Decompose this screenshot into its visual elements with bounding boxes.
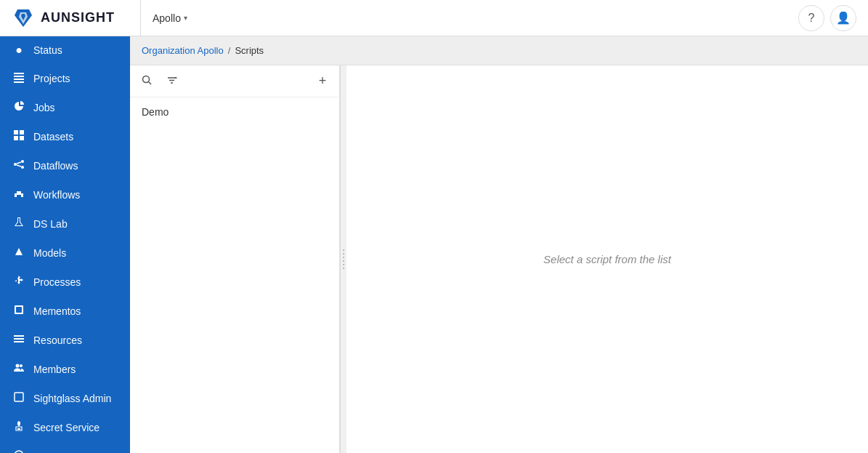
resize-handle[interactable] — [341, 65, 346, 453]
svg-rect-6 — [14, 81, 24, 83]
app-name: AUNSIGHT — [41, 10, 115, 25]
svg-rect-10 — [20, 136, 24, 140]
script-list-toolbar: + — [130, 65, 339, 97]
sidebar-item-label: Datasets — [33, 131, 73, 143]
sidebar-item-label: Models — [33, 247, 66, 259]
user-menu-button[interactable]: 👤 — [830, 5, 856, 31]
script-panel: + Demo — [130, 65, 868, 453]
breadcrumb-current: Scripts — [235, 45, 264, 56]
svg-point-22 — [16, 364, 20, 368]
sidebar-item-processes[interactable]: Processes — [0, 268, 130, 297]
sidebar-item-status[interactable]: ● Status — [0, 36, 130, 64]
logo-area: AUNSIGHT — [12, 0, 141, 36]
svg-point-11 — [14, 163, 17, 166]
svg-rect-20 — [14, 338, 24, 340]
search-icon — [142, 75, 152, 87]
sidebar-item-label: Sightglass Admin — [33, 393, 111, 404]
sidebar-item-sightglass-admin[interactable]: Sightglass Admin — [0, 384, 130, 413]
dslab-icon — [12, 217, 26, 231]
svg-rect-9 — [14, 136, 18, 140]
svg-point-12 — [21, 160, 24, 163]
sidebar-item-resources[interactable]: Resources — [0, 326, 130, 355]
svg-line-15 — [17, 165, 21, 167]
sidebar-item-projects[interactable]: Projects — [0, 64, 130, 93]
sidebar-item-ds-lab[interactable]: DS Lab — [0, 209, 130, 238]
sidebar-item-models[interactable]: Models — [0, 238, 130, 268]
breadcrumb-separator: / — [228, 45, 231, 56]
add-script-button[interactable]: + — [312, 71, 333, 92]
svg-point-32 — [143, 76, 150, 83]
svg-line-33 — [149, 82, 152, 85]
sidebar-item-jobs[interactable]: Jobs — [0, 93, 130, 122]
top-header: AUNSIGHT Apollo ▾ ? 👤 — [0, 0, 868, 36]
svg-marker-16 — [15, 248, 23, 255]
svg-rect-19 — [14, 335, 24, 337]
sidebar-item-label: Jobs — [33, 102, 55, 113]
sidebar-item-workflows[interactable]: Workflows — [0, 180, 130, 209]
jobs-icon — [12, 100, 26, 115]
sidebar-item-query[interactable]: Query — [0, 442, 130, 453]
query-icon — [12, 449, 26, 453]
status-icon: ● — [12, 44, 26, 57]
sidebar-item-dataflows[interactable]: Dataflows — [0, 151, 130, 180]
dataflows-icon — [12, 159, 26, 173]
sidebar-item-label: Mementos — [33, 305, 81, 317]
datasets-icon — [12, 129, 26, 144]
svg-rect-25 — [17, 428, 20, 430]
logo-icon — [12, 7, 35, 30]
script-items: Demo — [130, 97, 339, 453]
sidebar-item-label: Members — [33, 364, 76, 375]
add-icon: + — [319, 73, 327, 89]
breadcrumb: Organization Apollo / Scripts — [130, 36, 868, 65]
list-item[interactable]: Demo — [130, 100, 339, 124]
secret-service-icon — [12, 420, 26, 435]
header-middle: Apollo ▾ — [141, 12, 798, 24]
sidebar: ● Status Projects Jobs Datasets Datafl — [0, 36, 130, 453]
help-button[interactable]: ? — [798, 5, 824, 31]
script-item-label: Demo — [142, 106, 169, 118]
svg-rect-3 — [14, 73, 24, 74]
drag-dots — [343, 249, 344, 269]
svg-rect-4 — [14, 76, 24, 77]
svg-line-14 — [17, 162, 21, 164]
processes-icon — [12, 275, 26, 289]
sidebar-item-datasets[interactable]: Datasets — [0, 122, 130, 151]
svg-rect-5 — [14, 79, 24, 80]
main-layout: ● Status Projects Jobs Datasets Datafl — [0, 36, 868, 453]
script-list: + Demo — [130, 65, 341, 453]
sidebar-item-label: Processes — [33, 276, 81, 288]
chevron-down-icon: ▾ — [184, 14, 187, 22]
svg-rect-18 — [16, 307, 22, 313]
sidebar-item-members[interactable]: Members — [0, 355, 130, 384]
svg-point-23 — [20, 364, 23, 367]
sidebar-item-label: DS Lab — [33, 218, 68, 230]
org-name: Apollo — [153, 12, 181, 24]
mementos-icon — [12, 304, 26, 318]
org-selector[interactable]: Apollo ▾ — [153, 12, 187, 24]
sidebar-item-label: Dataflows — [33, 160, 78, 172]
script-detail-panel: Select a script from the list — [346, 65, 868, 453]
svg-rect-7 — [14, 130, 18, 135]
header-right: ? 👤 — [798, 5, 856, 31]
sidebar-item-label: Workflows — [33, 189, 80, 201]
sidebar-item-mementos[interactable]: Mementos — [0, 297, 130, 326]
filter-button[interactable] — [161, 71, 182, 92]
projects-icon — [12, 71, 26, 86]
script-detail-placeholder: Select a script from the list — [543, 253, 671, 265]
filter-icon — [166, 75, 177, 88]
resources-icon — [12, 333, 26, 348]
sidebar-item-label: Status — [33, 44, 62, 56]
sightglass-admin-icon — [12, 391, 26, 406]
sidebar-item-label: Resources — [33, 334, 82, 346]
sidebar-item-secret-service[interactable]: Secret Service — [0, 413, 130, 442]
members-icon — [12, 362, 26, 377]
search-button[interactable] — [136, 71, 158, 92]
svg-point-13 — [21, 166, 24, 169]
sidebar-item-label: Projects — [33, 73, 70, 84]
svg-rect-24 — [15, 393, 23, 401]
svg-rect-8 — [20, 130, 24, 135]
sidebar-item-label: Secret Service — [33, 422, 100, 433]
breadcrumb-org-link[interactable]: Organization Apollo — [142, 45, 224, 56]
help-icon: ? — [808, 12, 815, 25]
user-icon: 👤 — [836, 11, 851, 25]
